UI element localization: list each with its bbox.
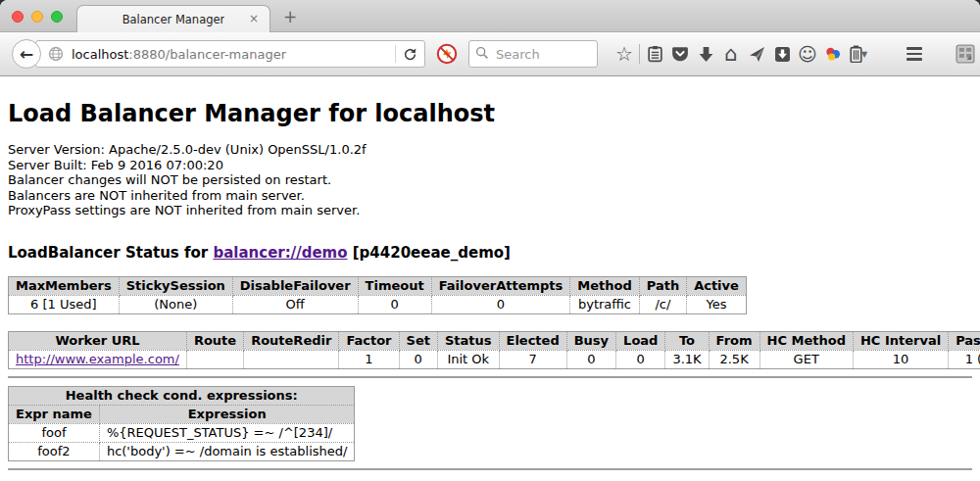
table-header-row: Worker URL Route RouteRedir Factor Set S… <box>9 331 980 350</box>
window-minimize-button[interactable] <box>31 11 43 23</box>
worker-table: Worker URL Route RouteRedir Factor Set S… <box>8 331 980 369</box>
download-square-icon[interactable] <box>769 41 795 67</box>
url-path: :8880/balancer-manager <box>128 47 286 62</box>
titlebar: Balancer Manager × + <box>0 0 980 32</box>
chevron-down-icon[interactable]: ▼ <box>861 50 873 59</box>
color-dots-icon[interactable] <box>820 41 846 67</box>
emoji-smiley-icon[interactable]: ☺ <box>795 41 820 67</box>
balancer-settings-table: MaxMembers StickySession DisableFailover… <box>8 276 747 314</box>
search-icon <box>475 45 489 64</box>
downloads-arrow-icon[interactable] <box>693 41 718 67</box>
server-version-line: Server Version: Apache/2.5.0-dev (Unix) … <box>8 142 972 158</box>
notice-line: Balancers are NOT inherited from main se… <box>8 188 972 204</box>
table-header-row: MaxMembers StickySession DisableFailover… <box>9 276 747 295</box>
notice-line: ProxyPass settings are NOT inherited fro… <box>8 203 972 218</box>
worker-row: http://www.example.com/ 1 0 Init Ok 7 0 … <box>9 350 980 368</box>
window-controls <box>12 11 63 23</box>
window-close-button[interactable] <box>12 11 24 23</box>
loadbalancer-status-heading: LoadBalancer Status for balancer://demo … <box>8 244 972 262</box>
search-input[interactable] <box>494 46 591 63</box>
table-title-row: Health check cond. expressions: <box>9 386 355 405</box>
globe-icon <box>48 46 64 62</box>
table-row: foof2 hc('body') =~ /domain is establish… <box>9 442 355 460</box>
divider <box>8 468 972 470</box>
bookmarks-clipboard-icon[interactable] <box>642 41 667 67</box>
browser-window: Balancer Manager × + ← localhost:8880/ba… <box>0 0 980 481</box>
window-zoom-button[interactable] <box>51 11 63 23</box>
flashblock-icon[interactable] <box>436 43 458 65</box>
pocket-icon[interactable] <box>667 41 693 67</box>
server-info: Server Version: Apache/2.5.0-dev (Unix) … <box>8 142 972 218</box>
worker-url-link[interactable]: http://www.example.com/ <box>16 352 179 366</box>
health-check-table: Health check cond. expressions: Expr nam… <box>8 386 355 461</box>
send-tab-plane-icon[interactable] <box>744 41 769 67</box>
home-icon[interactable]: ⌂ <box>718 41 744 67</box>
page-content: Load Balancer Manager for localhost Serv… <box>0 76 980 481</box>
balancer-demo-link[interactable]: balancer://demo <box>213 244 347 262</box>
divider <box>8 376 972 378</box>
table-row: 6 [1 Used] (None) Off 0 0 bytraffic /c/ … <box>9 295 747 313</box>
url-text[interactable]: localhost:8880/balancer-manager <box>72 47 388 62</box>
new-tab-button[interactable]: + <box>278 6 302 29</box>
tab-grid-icon[interactable] <box>953 41 978 67</box>
server-built-line: Server Built: Feb 9 2016 07:00:20 <box>8 158 972 173</box>
tab-title: Balancer Manager <box>122 13 225 26</box>
url-host: localhost <box>72 47 128 62</box>
toolbar-icons: ☆ ⌂ ☺ ▼ <box>612 41 873 67</box>
search-box[interactable] <box>468 40 598 68</box>
health-check-title: Health check cond. expressions: <box>9 386 355 405</box>
notice-line: Balancer changes will NOT be persisted o… <box>8 172 972 188</box>
bookmark-star-icon[interactable]: ☆ <box>612 41 637 67</box>
back-button[interactable]: ← <box>12 39 41 69</box>
page-title: Load Balancer Manager for localhost <box>8 100 972 127</box>
table-header-row: Expr name Expression <box>9 405 355 423</box>
reload-button[interactable] <box>403 47 420 62</box>
url-bar[interactable]: localhost:8880/balancer-manager <box>35 40 425 68</box>
navigation-toolbar: ← localhost:8880/balancer-manager ☆ <box>0 32 980 76</box>
tab-close-icon[interactable]: × <box>247 13 261 26</box>
menu-hamburger-icon[interactable] <box>902 41 927 67</box>
browser-tab[interactable]: Balancer Manager × <box>76 5 270 32</box>
table-row: foof %{REQUEST_STATUS} =~ /^[234]/ <box>9 423 355 442</box>
